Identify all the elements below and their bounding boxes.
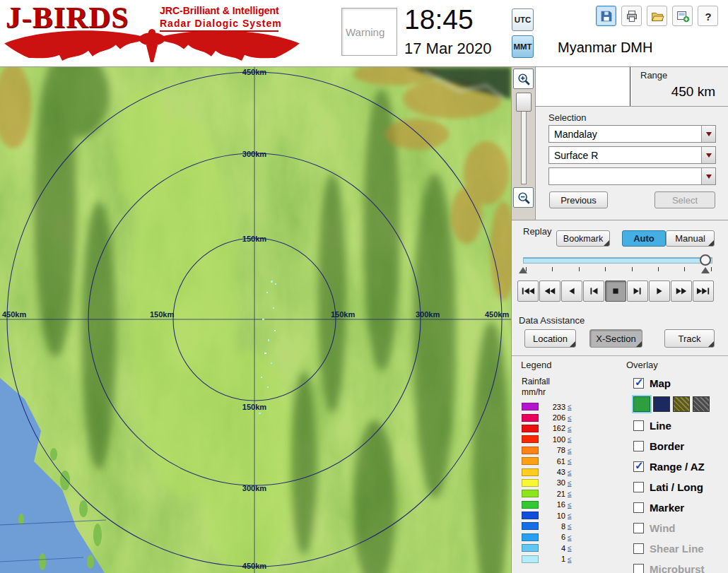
- fast-forward-button[interactable]: [671, 280, 692, 302]
- checkbox[interactable]: ✓: [633, 378, 644, 389]
- map-color-swatch[interactable]: [653, 396, 670, 412]
- dropdown-button[interactable]: [701, 147, 715, 163]
- location-button[interactable]: Location: [524, 329, 576, 348]
- legend-entry: 30≤: [522, 478, 606, 488]
- track-button[interactable]: Track: [664, 329, 715, 348]
- legend-entry: 4≤: [522, 543, 606, 553]
- auto-label: Auto: [633, 233, 654, 244]
- auto-mode-button[interactable]: Auto: [622, 230, 666, 247]
- play-reverse-button[interactable]: [561, 280, 582, 302]
- legend-value: 61: [543, 457, 565, 466]
- zoom-in-button[interactable]: [513, 69, 534, 89]
- overlay-label: Map: [650, 377, 671, 389]
- dropdown-button[interactable]: [701, 168, 715, 184]
- range-ring-label: 450km: [242, 68, 266, 76]
- legend-color-chip: [522, 403, 539, 410]
- skip-end-button[interactable]: [693, 280, 714, 302]
- legend-value: 233: [543, 403, 565, 411]
- clock-time: 18:45: [404, 4, 474, 35]
- zoom-out-button[interactable]: [513, 187, 534, 208]
- map-color-swatch[interactable]: [633, 396, 650, 412]
- legend-color-chip: [522, 457, 539, 465]
- x-section-button[interactable]: X-Section: [589, 329, 642, 348]
- zoom-in-icon: [516, 71, 532, 87]
- checkbox[interactable]: [633, 482, 644, 492]
- timeline-start-marker[interactable]: [519, 267, 527, 273]
- station-name: Myanmar DMH: [558, 40, 652, 56]
- map-color-swatch[interactable]: [693, 396, 710, 412]
- save-button[interactable]: [596, 6, 616, 26]
- overlay-item-map[interactable]: ✓Map: [633, 374, 727, 392]
- step-back-button[interactable]: [583, 280, 604, 302]
- site-dropdown[interactable]: Mandalay: [548, 125, 716, 143]
- open-folder-button[interactable]: [647, 6, 667, 26]
- legend-value: 43: [543, 468, 565, 476]
- radar-display[interactable]: 450km300km150km150km300km450km450km150km…: [0, 67, 511, 573]
- timezone-mmt-button[interactable]: MMT: [512, 35, 534, 58]
- replay-timeline-track[interactable]: [523, 257, 712, 264]
- less-equal-symbol: ≤: [568, 457, 572, 465]
- mmt-label: MMT: [513, 42, 532, 51]
- overlay-label: Range / AZ: [650, 461, 705, 473]
- checkbox[interactable]: [633, 502, 644, 513]
- timeline-end-marker[interactable]: [701, 267, 710, 273]
- replay-timeline-handle[interactable]: [700, 254, 711, 266]
- help-button[interactable]: ?: [698, 6, 718, 26]
- less-equal-symbol: ≤: [568, 479, 572, 487]
- check-icon: ✓: [635, 459, 644, 472]
- range-display-box: [536, 67, 630, 106]
- overlay-label: Marker: [650, 502, 684, 514]
- legend-value: 30: [543, 478, 565, 487]
- print-button[interactable]: [621, 6, 642, 26]
- legend-value: 100: [543, 435, 565, 444]
- overlay-item-border[interactable]: Border: [633, 436, 727, 456]
- overlay-item-lati-long[interactable]: Lati / Long: [633, 477, 727, 497]
- eagle-icon: [0, 25, 304, 66]
- less-equal-symbol: ≤: [568, 512, 572, 519]
- map-color-swatch[interactable]: [673, 396, 690, 412]
- warning-indicator[interactable]: Warning: [341, 8, 397, 56]
- step-forward-button[interactable]: [627, 280, 648, 302]
- less-equal-symbol: ≤: [568, 533, 572, 541]
- bookmark-button[interactable]: Bookmark: [556, 230, 610, 247]
- export-button[interactable]: [672, 6, 693, 26]
- legend-color-chip: [522, 490, 539, 497]
- site-dropdown-value: Mandalay: [549, 129, 701, 140]
- warning-label: Warning: [342, 26, 384, 38]
- overlay-item-marker[interactable]: Marker: [633, 497, 727, 518]
- option-dropdown[interactable]: [548, 167, 716, 185]
- checkbox[interactable]: [633, 420, 644, 431]
- skip-start-button[interactable]: [517, 280, 539, 302]
- checkbox[interactable]: [633, 441, 644, 451]
- checkbox[interactable]: ✓: [633, 461, 644, 472]
- timezone-utc-button[interactable]: UTC: [512, 8, 534, 31]
- range-ring-label: 300km: [416, 310, 440, 319]
- zoom-slider-thumb[interactable]: [516, 93, 532, 112]
- legend-entry: 10≤: [522, 510, 606, 521]
- play-button[interactable]: [649, 280, 670, 302]
- header-bar: J-BIRDS JRC-Brilliant & Intelligent Rada…: [0, 0, 728, 67]
- legend-value: 78: [543, 446, 565, 454]
- legend-color-chip: [522, 468, 539, 476]
- manual-mode-button[interactable]: Manual: [666, 230, 715, 247]
- range-divider: [630, 67, 630, 106]
- dropdown-button[interactable]: [701, 126, 715, 142]
- legend-entry: 16≤: [522, 500, 606, 510]
- fast-rewind-button[interactable]: [539, 280, 560, 302]
- previous-button[interactable]: Previous: [549, 191, 608, 208]
- legend-entry: 206≤: [522, 412, 606, 423]
- overlay-label: Line: [650, 420, 671, 432]
- legend-entry: 21≤: [522, 488, 606, 499]
- legend-value: 21: [543, 490, 565, 498]
- control-panel-lower: Replay Bookmark Auto Manual Data Assista…: [511, 220, 728, 573]
- section-separator: [512, 355, 728, 356]
- range-ring-label: 150km: [150, 310, 174, 319]
- product-dropdown[interactable]: Surface R: [548, 146, 716, 164]
- previous-label: Previous: [560, 195, 597, 206]
- legend-value: 8: [543, 522, 565, 531]
- stop-button[interactable]: [605, 280, 626, 302]
- legend-value: 1: [543, 555, 565, 563]
- overlay-item-range-az[interactable]: ✓Range / AZ: [633, 456, 727, 477]
- location-label: Location: [533, 333, 568, 344]
- overlay-item-line[interactable]: Line: [633, 415, 727, 436]
